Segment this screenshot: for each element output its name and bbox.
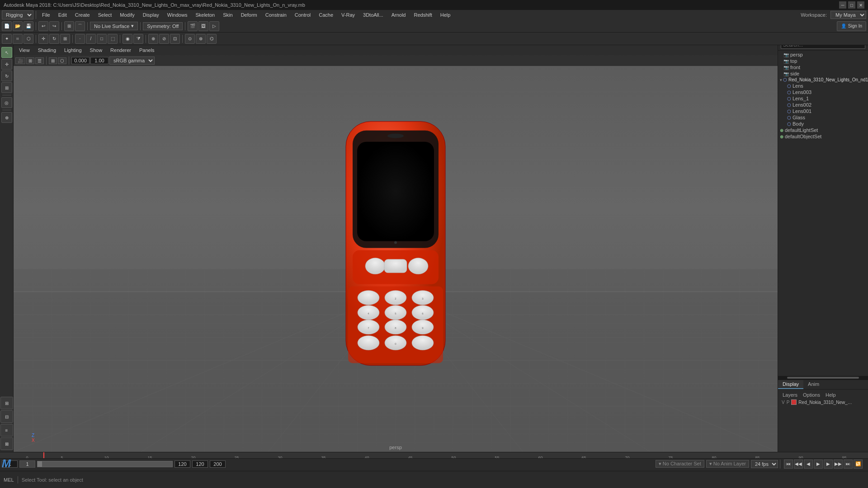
wireframe-toggle[interactable]: ⬡: [58, 57, 66, 64]
display-quality[interactable]: ☰: [35, 57, 44, 64]
menu-create[interactable]: Create: [71, 11, 94, 19]
next-frame-button[interactable]: ▶: [824, 460, 833, 469]
snap-grid-button[interactable]: ⊞: [64, 21, 74, 31]
no-live-surface-dropdown[interactable]: No Live Surface ▾: [90, 22, 138, 30]
menu-skeleton[interactable]: Skeleton: [192, 11, 218, 19]
select-tool[interactable]: ✦: [2, 34, 12, 44]
outliner-tree[interactable]: 📷 persp 📷 top 📷 front 📷 side ▾ ⬡ Red_Nok…: [778, 51, 868, 376]
mel-button[interactable]: MEL: [0, 476, 18, 483]
play-button[interactable]: ▶: [814, 460, 823, 469]
menu-edit[interactable]: Edit: [55, 11, 71, 19]
snap-view-btn[interactable]: ⊡: [170, 34, 180, 44]
channel-value2[interactable]: [90, 57, 108, 64]
tree-item-lens1[interactable]: ⬡ Lens_1: [778, 95, 868, 102]
undo-button[interactable]: ↩: [38, 21, 48, 31]
snap-point-btn[interactable]: ⊕: [148, 34, 158, 44]
sign-in-button[interactable]: 👤 Sign In: [837, 21, 866, 31]
redo-button[interactable]: ↪: [49, 21, 59, 31]
menu-display[interactable]: Display: [139, 11, 163, 19]
uvmap-mode[interactable]: ⬚: [108, 34, 118, 44]
menu-file[interactable]: File: [38, 11, 54, 19]
save-button[interactable]: 💾: [24, 21, 33, 31]
open-button[interactable]: 📂: [13, 21, 23, 31]
menu-vray[interactable]: V-Ray: [338, 11, 359, 19]
edge-mode[interactable]: /: [86, 34, 96, 44]
tree-item-nokia[interactable]: ▾ ⬡ Red_Nokia_3310_New_Lights_On_nd1: [778, 77, 868, 83]
grid-toggle[interactable]: ⊞: [49, 57, 57, 64]
soft-select-btn[interactable]: ◉: [123, 34, 132, 44]
gamma-dropdown[interactable]: sRGB gamma: [109, 56, 155, 65]
channel-value[interactable]: [71, 57, 90, 64]
current-frame-input[interactable]: [19, 460, 35, 468]
ik-tool[interactable]: ⊛: [196, 34, 206, 44]
move-tool[interactable]: ✛: [38, 34, 48, 44]
step-forward-button[interactable]: ▶▶: [834, 460, 843, 469]
scale-tool-left[interactable]: ⊞: [1, 82, 12, 93]
paint-select-tool[interactable]: ⬡: [24, 34, 33, 44]
menu-cache[interactable]: Cache: [315, 11, 337, 19]
tree-item-lens003[interactable]: ⬡ Lens003: [778, 89, 868, 95]
tree-item-defaultlightset[interactable]: ⊕ defaultLightSet: [778, 127, 868, 133]
outliner-scrollbar[interactable]: [778, 376, 868, 380]
tree-item-front[interactable]: 📷 front: [778, 64, 868, 70]
film-gate[interactable]: ⊞: [26, 57, 34, 64]
tree-item-persp[interactable]: 📷 persp: [778, 52, 868, 58]
viewport-menu-view[interactable]: View: [15, 47, 33, 54]
no-character-set-button[interactable]: ▾ No Character Set: [656, 460, 704, 468]
menu-help[interactable]: Help: [437, 11, 454, 19]
left-tool-extra2[interactable]: ⊟: [0, 410, 13, 423]
layer-row-nokia[interactable]: V P Red_Nokia_3310_New_Lights_C: [780, 399, 866, 406]
snap-curve-button[interactable]: ⌒: [75, 21, 85, 31]
prev-frame-button[interactable]: ◀: [804, 460, 813, 469]
joint-tool[interactable]: ⊙: [185, 34, 195, 44]
menu-select[interactable]: Select: [94, 11, 116, 19]
tree-item-top[interactable]: 📷 top: [778, 58, 868, 64]
left-tool-extra4[interactable]: ⊠: [0, 437, 13, 450]
menu-redshift[interactable]: Redshift: [410, 11, 435, 19]
show-manipulator[interactable]: ⊕: [1, 112, 12, 123]
viewport-menu-lighting[interactable]: Lighting: [61, 47, 85, 54]
viewport-menu-show[interactable]: Show: [86, 47, 106, 54]
end-frame-input[interactable]: [175, 460, 190, 468]
rotate-tool-left[interactable]: ↻: [1, 70, 12, 81]
menu-windows[interactable]: Windows: [164, 11, 191, 19]
scale-tool[interactable]: ⊞: [60, 34, 70, 44]
fps-dropdown[interactable]: 24 fps 30 fps: [751, 460, 778, 468]
bottom-tab-display[interactable]: Display: [778, 380, 803, 389]
viewport-menu-renderer[interactable]: Renderer: [107, 47, 135, 54]
menu-arnold[interactable]: Arnold: [388, 11, 410, 19]
close-button[interactable]: ✕: [857, 1, 864, 9]
tree-item-lens001[interactable]: ⬡ Lens001: [778, 108, 868, 114]
viewport-menu-shading[interactable]: Shading: [34, 47, 60, 54]
tree-item-defaultobjectset[interactable]: ⊕ defaultObjectSet: [778, 133, 868, 140]
render-button[interactable]: 🎬: [188, 21, 198, 31]
frame-range-bar[interactable]: [37, 461, 173, 467]
new-button[interactable]: 📄: [2, 21, 12, 31]
sym-btn[interactable]: ⧩: [133, 34, 143, 44]
menu-modify[interactable]: Modify: [116, 11, 138, 19]
minimize-button[interactable]: ─: [839, 1, 846, 9]
bottom-tab-anim[interactable]: Anim: [803, 380, 824, 389]
loop-button[interactable]: 🔁: [854, 460, 863, 469]
outliner-scroll-thumb[interactable]: [787, 377, 859, 379]
menu-control[interactable]: Control: [291, 11, 314, 19]
select-tool-left[interactable]: ↖: [1, 47, 12, 58]
left-tool-extra1[interactable]: ⊞: [0, 397, 13, 409]
step-back-button[interactable]: ◀◀: [794, 460, 803, 469]
restore-button[interactable]: □: [848, 1, 855, 9]
menu-3dtoall[interactable]: 3DtoAll...: [359, 11, 387, 19]
menu-deform[interactable]: Deform: [237, 11, 261, 19]
vertex-mode[interactable]: ·: [75, 34, 85, 44]
symmetry-dropdown[interactable]: Symmetry: Off: [143, 22, 183, 30]
ipr-button[interactable]: 🖼: [198, 21, 208, 31]
range-end-input[interactable]: [192, 460, 208, 468]
move-tool-left[interactable]: ✛: [1, 59, 12, 70]
tree-item-glass[interactable]: ⬡ Glass: [778, 114, 868, 121]
max-frame-input[interactable]: [210, 460, 226, 468]
lasso-tool[interactable]: ⌗: [13, 34, 23, 44]
viewport[interactable]: View Shading Lighting Show Renderer Pane…: [14, 45, 778, 452]
tree-item-lens002[interactable]: ⬡ Lens002: [778, 102, 868, 108]
rotate-tool[interactable]: ↻: [49, 34, 59, 44]
face-mode[interactable]: □: [97, 34, 107, 44]
no-anim-layer-button[interactable]: ▾ No Anim Layer: [706, 460, 749, 468]
